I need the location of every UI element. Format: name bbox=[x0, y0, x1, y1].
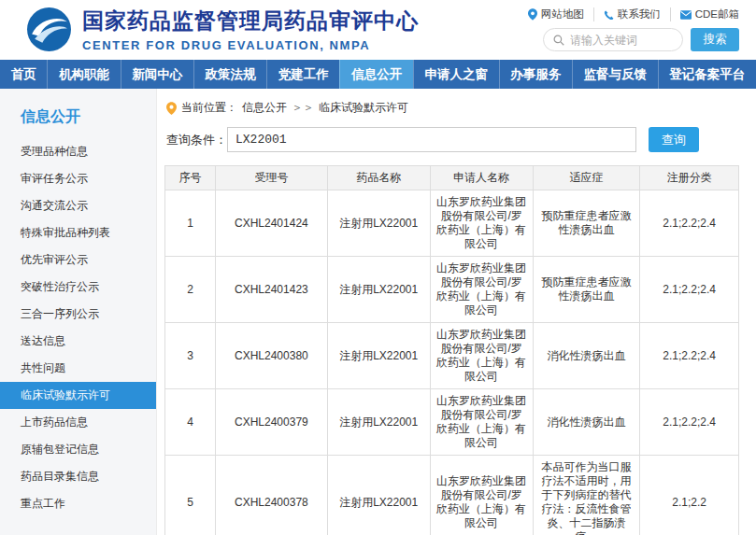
table-cell: 注射用LX22001 bbox=[327, 190, 430, 257]
sidebar-item-4[interactable]: 优先审评公示 bbox=[0, 246, 156, 274]
header-search: 搜索 bbox=[543, 28, 739, 51]
search-button[interactable]: 搜索 bbox=[691, 28, 739, 51]
sidebar-item-12[interactable]: 药品目录集信息 bbox=[0, 463, 156, 490]
page: 国家药品监督管理局药品审评中心 CENTER FOR DRUG EVALUATI… bbox=[0, 0, 756, 535]
location-pin-icon bbox=[166, 101, 177, 115]
nav-item-2[interactable]: 新闻中心 bbox=[121, 60, 193, 89]
query-button[interactable]: 查询 bbox=[649, 127, 699, 152]
nav-item-9[interactable]: 登记备案平台 bbox=[658, 60, 756, 89]
table-cell: 山东罗欣药业集团股份有限公司/罗欣药业（上海）有限公司 bbox=[430, 257, 533, 323]
table-row: 3CXHL2400380注射用LX22001山东罗欣药业集团股份有限公司/罗欣药… bbox=[165, 323, 739, 389]
mail-icon bbox=[680, 9, 692, 21]
sidebar-item-8[interactable]: 共性问题 bbox=[0, 355, 156, 382]
sidebar-title: 信息公开 bbox=[0, 102, 156, 138]
sidebar-item-10[interactable]: 上市药品信息 bbox=[0, 409, 156, 436]
sitemap-link[interactable]: 网站地图 bbox=[519, 7, 593, 21]
breadcrumb-separator: ＞＞ bbox=[292, 100, 314, 116]
query-form: 查询条件： 查询 bbox=[166, 127, 739, 152]
table-cell: 2.1;2.2;2.4 bbox=[640, 257, 739, 323]
nav-item-0[interactable]: 首页 bbox=[0, 60, 47, 89]
main-panel: 当前位置： 信息公开 ＞＞ 临床试验默示许可 查询条件： 查询 序号受理号药品名… bbox=[157, 89, 756, 535]
table-cell: 注射用LX22001 bbox=[327, 257, 430, 323]
sidebar-item-1[interactable]: 审评任务公示 bbox=[0, 165, 156, 192]
column-header: 序号 bbox=[165, 166, 216, 190]
sidebar-item-3[interactable]: 特殊审批品种列表 bbox=[0, 219, 156, 246]
contact-link[interactable]: 联系我们 bbox=[593, 7, 670, 21]
sidebar-item-11[interactable]: 原辅包登记信息 bbox=[0, 436, 156, 463]
column-header: 药品名称 bbox=[327, 166, 430, 190]
table-cell: 1 bbox=[165, 190, 216, 257]
breadcrumb-section[interactable]: 信息公开 bbox=[242, 100, 287, 116]
search-icon bbox=[553, 32, 564, 49]
breadcrumb-current: 临床试验默示许可 bbox=[319, 100, 408, 116]
search-input[interactable] bbox=[570, 34, 673, 47]
table-cell: CXHL2401424 bbox=[216, 190, 328, 257]
top-header: 国家药品监督管理局药品审评中心 CENTER FOR DRUG EVALUATI… bbox=[0, 0, 756, 60]
column-header: 适应症 bbox=[533, 166, 640, 190]
table-cell: 2.1;2.2;2.4 bbox=[640, 323, 739, 389]
table-cell: 2.1;2.2;2.4 bbox=[640, 190, 739, 257]
sidebar-item-7[interactable]: 送达信息 bbox=[0, 328, 156, 355]
contact-label: 联系我们 bbox=[618, 7, 661, 21]
table-cell: CXHL2400380 bbox=[216, 323, 328, 389]
brand-titles: 国家药品监督管理局药品审评中心 CENTER FOR DRUG EVALUATI… bbox=[82, 7, 419, 52]
table-row: 4CXHL2400379注射用LX22001山东罗欣药业集团股份有限公司/罗欣药… bbox=[165, 389, 739, 456]
nav-item-1[interactable]: 机构职能 bbox=[47, 60, 120, 89]
table-cell: 消化性溃疡出血 bbox=[533, 323, 640, 389]
table-cell: 消化性溃疡出血 bbox=[533, 389, 640, 456]
table-cell: 注射用LX22001 bbox=[327, 323, 430, 389]
table-cell: 山东罗欣药业集团股份有限公司/罗欣药业（上海）有限公司 bbox=[430, 456, 533, 535]
quick-links: 网站地图 联系我们 bbox=[519, 7, 739, 21]
sidebar-item-0[interactable]: 受理品种信息 bbox=[0, 138, 156, 165]
breadcrumb: 当前位置： 信息公开 ＞＞ 临床试验默示许可 bbox=[166, 100, 739, 116]
sidebar-item-13[interactable]: 重点工作 bbox=[0, 490, 156, 517]
sitemap-label: 网站地图 bbox=[541, 7, 584, 21]
table-header-row: 序号受理号药品名称申请人名称适应症注册分类 bbox=[165, 166, 739, 190]
table-cell: 山东罗欣药业集团股份有限公司/罗欣药业（上海）有限公司 bbox=[430, 389, 533, 456]
brand: 国家药品监督管理局药品审评中心 CENTER FOR DRUG EVALUATI… bbox=[26, 7, 419, 52]
table-cell: 3 bbox=[165, 323, 216, 389]
phone-icon bbox=[604, 8, 614, 20]
site-subtitle: CENTER FOR DRUG EVALUATION, NMPA bbox=[82, 38, 419, 52]
table-cell: CXHL2401423 bbox=[216, 257, 328, 323]
breadcrumb-prefix: 当前位置： bbox=[181, 100, 237, 116]
search-box[interactable] bbox=[543, 28, 683, 51]
cde-logo-icon bbox=[26, 7, 72, 52]
table-row: 1CXHL2401424注射用LX22001山东罗欣药业集团股份有限公司/罗欣药… bbox=[165, 190, 739, 257]
table-body: 1CXHL2401424注射用LX22001山东罗欣药业集团股份有限公司/罗欣药… bbox=[165, 190, 739, 535]
nav-item-3[interactable]: 政策法规 bbox=[193, 60, 266, 89]
nav-item-4[interactable]: 党建工作 bbox=[266, 60, 339, 89]
sidebar-item-5[interactable]: 突破性治疗公示 bbox=[0, 274, 156, 301]
content: 信息公开 受理品种信息审评任务公示沟通交流公示特殊审批品种列表优先审评公示突破性… bbox=[0, 89, 756, 535]
table-cell: 2.1;2.2;2.4 bbox=[640, 389, 739, 456]
nav-item-6[interactable]: 申请人之窗 bbox=[413, 60, 499, 89]
table-cell: 注射用LX22001 bbox=[327, 389, 430, 456]
map-pin-icon bbox=[528, 8, 537, 21]
table-cell: 5 bbox=[165, 456, 216, 535]
mailbox-link[interactable]: CDE邮箱 bbox=[670, 7, 739, 21]
table-cell: 山东罗欣药业集团股份有限公司/罗欣药业（上海）有限公司 bbox=[430, 323, 533, 389]
table-cell: 本品可作为当口服疗法不适用时，用于下列病症的替代疗法：反流性食管炎、十二指肠溃疡… bbox=[533, 456, 640, 535]
sidebar-item-2[interactable]: 沟通交流公示 bbox=[0, 192, 156, 219]
nav-item-5[interactable]: 信息公开 bbox=[339, 60, 412, 89]
query-input[interactable] bbox=[227, 127, 636, 152]
site-title: 国家药品监督管理局药品审评中心 bbox=[82, 7, 419, 35]
table-cell: CXHL2400379 bbox=[216, 389, 328, 456]
table-row: 2CXHL2401423注射用LX22001山东罗欣药业集团股份有限公司/罗欣药… bbox=[165, 257, 739, 323]
query-label: 查询条件： bbox=[166, 132, 227, 148]
nav-item-8[interactable]: 监督与反馈 bbox=[572, 60, 658, 89]
table-cell: 4 bbox=[165, 389, 216, 456]
results-table: 序号受理号药品名称申请人名称适应症注册分类 1CXHL2401424注射用LX2… bbox=[164, 165, 739, 535]
main-nav: 首页机构职能新闻中心政策法规党建工作信息公开申请人之窗办事服务监督与反馈登记备案… bbox=[0, 60, 756, 89]
table-cell: 2.1;2.2 bbox=[640, 456, 739, 535]
column-header: 受理号 bbox=[216, 166, 328, 190]
sidebar-item-9[interactable]: 临床试验默示许可 bbox=[0, 382, 156, 409]
table-row: 5CXHL2400378注射用LX22001山东罗欣药业集团股份有限公司/罗欣药… bbox=[165, 456, 739, 535]
table-cell: 预防重症患者应激性溃疡出血 bbox=[533, 257, 640, 323]
nav-item-7[interactable]: 办事服务 bbox=[499, 60, 572, 89]
table-cell: 注射用LX22001 bbox=[327, 456, 430, 535]
table-cell: 山东罗欣药业集团股份有限公司/罗欣药业（上海）有限公司 bbox=[430, 190, 533, 257]
column-header: 注册分类 bbox=[640, 166, 739, 190]
table-cell: 2 bbox=[165, 257, 216, 323]
sidebar-item-6[interactable]: 三合一序列公示 bbox=[0, 301, 156, 328]
